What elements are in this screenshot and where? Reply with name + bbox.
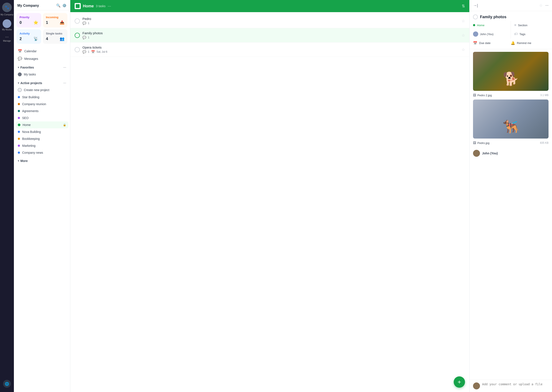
app-logo[interactable]: 🐾 (2, 3, 12, 12)
star-pedro[interactable]: ☆ (461, 19, 465, 23)
meta-project[interactable]: Home (473, 21, 511, 29)
calendar-icon: 📅 (18, 49, 22, 53)
project-item-create-new[interactable]: + Create new project (16, 86, 68, 94)
active-projects-more-button[interactable]: ··· (63, 81, 66, 85)
meta-remind-me[interactable]: 🔔 Remind me (511, 39, 549, 47)
more-title-row: ▾ More (18, 159, 28, 163)
comment-icon-opera-tickets: 💬 (82, 50, 86, 54)
create-project-icon: + (18, 88, 22, 92)
incoming-card-count: 1 (46, 20, 48, 25)
active-projects-header[interactable]: ▾ Active projects ··· (16, 80, 68, 86)
task-complete-circle[interactable] (473, 14, 478, 19)
favorites-more-button[interactable]: ··· (63, 65, 66, 69)
agreements-dot (18, 110, 20, 112)
task-item-pedro[interactable]: Pedro 💬 1 ☆ (70, 14, 469, 28)
panel-more-icon[interactable]: ··· (545, 3, 549, 8)
tags-meta-label: Tags (519, 33, 525, 36)
project-item-agreements[interactable]: Agreements (16, 108, 68, 114)
star-opera-tickets[interactable]: ☆ (461, 47, 465, 52)
meta-section[interactable]: ≡ Section (511, 21, 549, 29)
project-item-bookkeeping[interactable]: Bookkeeping (16, 135, 68, 142)
main-header-more-button[interactable]: ··· (108, 4, 111, 8)
comment-count-opera-tickets: 1 (88, 50, 89, 53)
task-list-container: Pedro 💬 1 ☆ Family photos 💬 1 (70, 12, 469, 392)
my-tasks-item[interactable]: My tasks (16, 71, 68, 78)
incoming-card[interactable]: Incoming 1 📥 (43, 13, 68, 28)
task-title-opera-tickets: Opera tickets (82, 46, 459, 49)
my-tasks-avatar (18, 72, 22, 76)
star-family-photos[interactable]: ☆ (461, 33, 465, 38)
activity-card-icon: 📡 (33, 36, 38, 41)
manage-button[interactable]: ··· Manage (3, 34, 11, 42)
project-item-marketing[interactable]: Marketing (16, 142, 68, 149)
project-item-company-reunion[interactable]: Company reunion (16, 101, 68, 108)
task-item-family-photos[interactable]: Family photos 💬 1 ☆ (70, 28, 469, 42)
task-checkbox-family-photos[interactable] (75, 33, 80, 38)
single-tasks-card-title: Single tasks (46, 32, 65, 35)
single-tasks-card-bottom: 4 👥 (46, 36, 65, 41)
activity-card-title: Activity (20, 32, 38, 35)
more-header[interactable]: ▾ More (16, 158, 68, 164)
globe-icon[interactable]: 🌐 (3, 380, 11, 388)
company-label: My Company (1, 14, 14, 16)
company-reunion-dot (18, 103, 20, 105)
main-task-count: 3 tasks (96, 4, 106, 8)
activity-card[interactable]: Activity 2 📡 (16, 29, 41, 44)
favorites-header[interactable]: ▾ Favorites ··· (16, 64, 68, 71)
project-item-star-building[interactable]: Star Building (16, 94, 68, 101)
comment-icon-pedro: 💬 (82, 21, 86, 25)
sidebar-item-messages[interactable]: 💬 Messages (16, 55, 68, 63)
task-content-family-photos: Family photos 💬 1 (82, 31, 459, 39)
active-projects-title-row: ▾ Active projects (18, 81, 42, 85)
image-file-icon-pedro: 🖼 (473, 141, 476, 145)
attachment-pedro2-info: 🖼 Pedro 2.jpg 3.1 MB (473, 93, 549, 99)
comment-input[interactable] (482, 382, 549, 389)
single-tasks-card-count: 4 (46, 37, 48, 41)
attachment-pedro2-size: 3.1 MB (540, 94, 549, 97)
attachment-pedro[interactable] (473, 99, 549, 139)
project-item-company-news[interactable]: Company news (16, 149, 68, 156)
meta-due-date[interactable]: 📅 Due date (473, 39, 511, 47)
priority-card[interactable]: Priority 0 ⭐ (16, 13, 41, 28)
seo-dot (18, 117, 20, 119)
favorites-section: ▾ Favorites ··· My tasks (14, 63, 70, 79)
incoming-card-bottom: 1 📥 (46, 20, 65, 25)
task-checkbox-opera-tickets[interactable] (75, 47, 80, 52)
project-item-nova-building[interactable]: Nova Building (16, 128, 68, 135)
comment-count-pedro: 1 (88, 22, 89, 25)
user-avatar[interactable] (3, 19, 11, 28)
project-item-home[interactable]: Home 🔒 (16, 121, 68, 128)
activity-card-count: 2 (20, 37, 22, 41)
sidebar-item-calendar[interactable]: 📅 Calendar (16, 47, 68, 55)
main-content: Home 3 tasks ··· ⇅ Pedro 💬 1 ☆ (70, 0, 470, 392)
collapse-panel-icon[interactable]: →| (473, 3, 478, 8)
single-tasks-card[interactable]: Single tasks 4 👥 (43, 29, 68, 44)
app-logo-item[interactable]: 🐾 My Company (1, 3, 14, 16)
search-icon[interactable]: 🔍 (56, 3, 61, 7)
project-item-seo[interactable]: SEO (16, 114, 68, 121)
favorites-label: Favorites (20, 66, 34, 69)
task-checkbox-pedro[interactable] (75, 18, 80, 24)
commenter-name: John (You) (482, 152, 498, 155)
assignee-meta-label: John (You) (480, 33, 493, 36)
attachment-pedro2[interactable] (473, 52, 549, 91)
add-task-button[interactable]: + (454, 376, 465, 388)
meta-tags[interactable]: 🏷 Tags (511, 29, 549, 39)
panel-star-icon[interactable]: ☆ (539, 3, 543, 8)
settings-icon[interactable]: ⚙️ (62, 3, 67, 7)
right-panel: →| ☆ ··· Family photos Home ≡ Section Jo… (470, 0, 552, 392)
my-nozbe-item[interactable]: My Nozbe (2, 19, 12, 31)
main-header-right: ⇅ (462, 4, 465, 8)
section-meta-label: Section (518, 24, 527, 27)
star-building-dot (18, 96, 20, 98)
meta-assignee[interactable]: John (You) (473, 29, 511, 39)
home-lock-icon: 🔒 (63, 123, 66, 126)
active-projects-label: Active projects (20, 81, 42, 85)
my-nozbe-label: My Nozbe (2, 28, 12, 31)
agreements-label: Agreements (22, 109, 66, 113)
sort-icon[interactable]: ⇅ (462, 4, 465, 8)
task-item-opera-tickets[interactable]: Opera tickets 💬 1 📅 Sat, Jul 6 ☆ (70, 42, 469, 57)
more-chevron: ▾ (18, 159, 19, 162)
favorites-chevron: ▾ (18, 66, 19, 69)
section-icon: ≡ (514, 23, 516, 27)
